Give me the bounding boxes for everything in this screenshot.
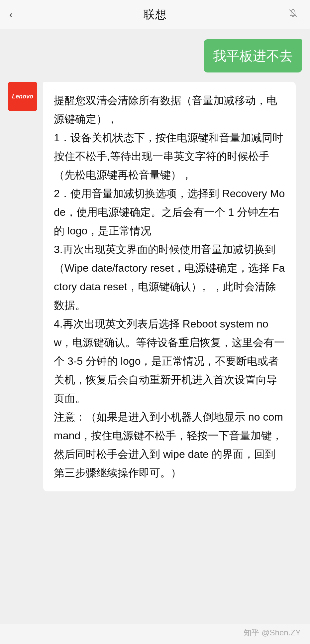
header: ‹ 联想 xyxy=(0,0,310,29)
user-message-row: 我平板进不去 xyxy=(8,39,302,72)
watermark: 知乎 @Shen.ZY xyxy=(0,624,310,644)
bot-avatar: Lenovo xyxy=(8,82,37,111)
bot-avatar-text: Lenovo xyxy=(12,93,33,100)
bot-message-row: Lenovo 提醒您双清会清除所有数据（音量加减移动，电源键确定），1．设备关机… xyxy=(8,82,302,491)
header-title: 联想 xyxy=(144,7,167,22)
back-button[interactable]: ‹ xyxy=(9,9,13,20)
bell-icon[interactable] xyxy=(288,8,298,21)
bot-message-text: 提醒您双清会清除所有数据（音量加减移动，电源键确定），1．设备关机状态下，按住电… xyxy=(54,94,285,479)
chat-area: 我平板进不去 Lenovo 提醒您双清会清除所有数据（音量加减移动，电源键确定）… xyxy=(0,29,310,624)
user-bubble: 我平板进不去 xyxy=(204,39,302,72)
bot-bubble: 提醒您双清会清除所有数据（音量加减移动，电源键确定），1．设备关机状态下，按住电… xyxy=(43,82,296,491)
